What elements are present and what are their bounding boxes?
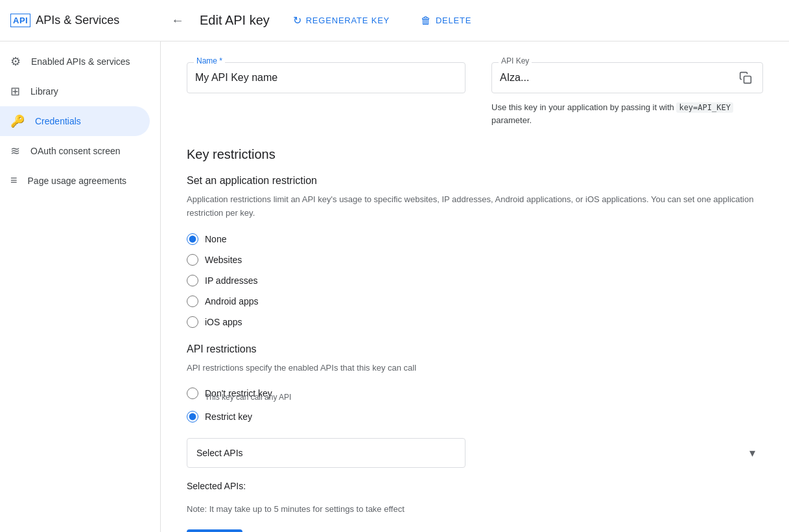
api-restrictions-desc: API restrictions specify the enabled API…	[187, 362, 763, 375]
dropdown-arrow-icon: ▾	[749, 446, 755, 460]
radio-android[interactable]: Android apps	[187, 295, 763, 307]
radio-ios-label: iOS apps	[205, 317, 242, 327]
app-restriction-heading: Set an application restriction	[187, 175, 763, 187]
page-title: Edit API key	[200, 13, 270, 28]
api-key-hint: Use this key in your application by pass…	[491, 101, 763, 126]
sidebar-item-page-usage[interactable]: ≡ Page usage agreements	[0, 166, 150, 195]
sidebar-item-label: Page usage agreements	[28, 176, 127, 186]
radio-dont-restrict-input[interactable]	[187, 387, 198, 399]
delete-label: DELETE	[436, 16, 471, 25]
api-key-input[interactable]	[500, 63, 736, 93]
save-button[interactable]: SAVE	[187, 529, 242, 532]
sidebar-item-credentials[interactable]: 🔑 Credentials	[0, 106, 150, 136]
api-restrictions-heading: API restrictions	[187, 343, 763, 355]
delete-icon: 🗑	[421, 15, 432, 27]
top-form-row: Name * API Key Use this key in	[187, 62, 763, 126]
api-restriction-radio-group: Don't restrict key This key can call any…	[187, 387, 763, 422]
select-apis-wrapper: Select APIs ▾	[187, 438, 763, 468]
credentials-icon: 🔑	[10, 114, 25, 128]
enabled-apis-icon: ⚙	[10, 54, 21, 69]
radio-android-input[interactable]	[187, 295, 198, 307]
app-title: APIs & Services	[36, 14, 119, 27]
dont-restrict-sublabel: This key can call any API	[205, 393, 763, 402]
app-restriction-desc: Application restrictions limit an API ke…	[187, 193, 763, 220]
sidebar-item-library[interactable]: ⊞ Library	[0, 76, 150, 106]
api-key-label: API Key	[499, 56, 532, 65]
sidebar-item-label: Library	[30, 86, 58, 97]
back-button[interactable]: ←	[171, 13, 184, 28]
cancel-button[interactable]: CANCEL	[253, 529, 307, 532]
sidebar: ⚙ Enabled APIs & services ⊞ Library 🔑 Cr…	[0, 41, 161, 532]
top-header: API APIs & Services ← Edit API key ↻ REG…	[0, 0, 789, 41]
regenerate-icon: ↻	[293, 14, 302, 27]
name-field-col: Name *	[187, 62, 465, 126]
sidebar-item-enabled-apis[interactable]: ⚙ Enabled APIs & services	[0, 47, 150, 76]
api-key-col: API Key Use this key in your application…	[491, 62, 763, 126]
regenerate-key-button[interactable]: ↻ REGENERATE KEY	[285, 9, 397, 32]
name-field-label: Name *	[194, 56, 225, 65]
radio-ip[interactable]: IP addresses	[187, 275, 763, 286]
radio-websites-label: Websites	[205, 255, 242, 265]
radio-android-label: Android apps	[205, 296, 259, 306]
selected-apis-label: Selected APIs:	[187, 481, 763, 491]
radio-none-input[interactable]	[187, 233, 198, 245]
radio-restrict[interactable]: Restrict key	[187, 411, 763, 422]
radio-ip-input[interactable]	[187, 275, 198, 286]
dont-restrict-group: Don't restrict key This key can call any…	[187, 387, 763, 402]
radio-restrict-input[interactable]	[187, 411, 198, 422]
sidebar-item-oauth[interactable]: ≋ OAuth consent screen	[0, 136, 150, 166]
name-field-wrapper: Name *	[187, 62, 465, 93]
radio-none-label: None	[205, 234, 226, 244]
radio-restrict-label: Restrict key	[205, 411, 252, 422]
api-restrictions-section: API restrictions API restrictions specif…	[187, 343, 763, 492]
copy-icon	[739, 71, 752, 84]
application-restriction-section: Set an application restriction Applicati…	[187, 175, 763, 328]
action-buttons: SAVE CANCEL	[187, 529, 763, 532]
content-area: Name * API Key Use this key in	[161, 41, 789, 532]
api-logo: API	[10, 14, 30, 27]
sidebar-item-label: Credentials	[35, 116, 81, 126]
copy-api-key-button[interactable]	[736, 69, 755, 87]
delete-button[interactable]: 🗑 DELETE	[413, 10, 479, 32]
library-icon: ⊞	[10, 84, 20, 98]
regenerate-label: REGENERATE KEY	[306, 16, 390, 25]
main-layout: ⚙ Enabled APIs & services ⊞ Library 🔑 Cr…	[0, 41, 789, 532]
api-key-wrapper: API Key	[491, 62, 763, 93]
key-restrictions-heading: Key restrictions	[187, 147, 763, 162]
select-apis-dropdown[interactable]: Select APIs	[187, 438, 465, 468]
oauth-icon: ≋	[10, 144, 20, 158]
logo-area: API APIs & Services	[10, 14, 171, 27]
radio-websites-input[interactable]	[187, 254, 198, 266]
sidebar-item-label: Enabled APIs & services	[31, 56, 130, 67]
header-actions: ← Edit API key ↻ REGENERATE KEY 🗑 DELETE	[171, 9, 779, 32]
radio-ios[interactable]: iOS apps	[187, 316, 763, 328]
svg-rect-0	[744, 76, 751, 84]
radio-websites[interactable]: Websites	[187, 254, 763, 266]
note-text: Note: It may take up to 5 minutes for se…	[187, 504, 763, 514]
page-usage-icon: ≡	[10, 174, 18, 187]
name-input[interactable]	[195, 63, 457, 93]
radio-none[interactable]: None	[187, 233, 763, 245]
radio-ios-input[interactable]	[187, 316, 198, 328]
sidebar-item-label: OAuth consent screen	[30, 146, 121, 156]
app-restriction-radio-group: None Websites IP addresses Android apps …	[187, 233, 763, 328]
radio-ip-label: IP addresses	[205, 275, 257, 286]
